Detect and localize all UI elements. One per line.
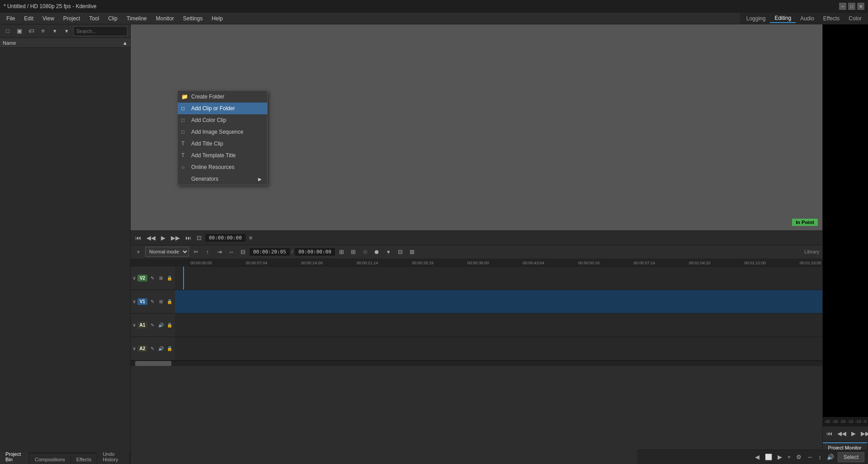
- track-v1-composite-button[interactable]: ⊞: [157, 298, 165, 305]
- track-a1-lock-button[interactable]: 🔒: [166, 321, 173, 328]
- pm-volume-button[interactable]: 🔊: [825, 453, 836, 461]
- workspace-color[interactable]: Color: [844, 14, 866, 23]
- menu-help[interactable]: Help: [207, 14, 227, 23]
- timeline-record-button[interactable]: ⏺: [372, 247, 382, 257]
- context-menu-item-generators[interactable]: Generators ▶: [178, 173, 267, 185]
- pm-prev-clip-button[interactable]: ◀: [753, 453, 761, 461]
- track-v2-edit-button[interactable]: ✎: [149, 274, 156, 281]
- pm-fit-width-button[interactable]: ↔: [805, 453, 815, 461]
- minimize-button[interactable]: ─: [839, 3, 846, 10]
- timeline-scrollbar-thumb[interactable]: [135, 361, 171, 366]
- pm-next-clip-button[interactable]: ▶: [776, 453, 784, 461]
- clip-prev-frame-button[interactable]: ◀◀: [145, 234, 157, 242]
- menu-monitor[interactable]: Monitor: [151, 14, 179, 23]
- timeline-snap-button[interactable]: ⊟: [238, 247, 248, 257]
- track-v1-edit-button[interactable]: ✎: [149, 298, 156, 305]
- menu-button[interactable]: ≡: [38, 26, 48, 36]
- track-lane-v1[interactable]: [175, 290, 822, 314]
- tag-button[interactable]: 🏷: [26, 26, 36, 36]
- track-v1-lock-button[interactable]: 🔒: [166, 298, 173, 305]
- open-clip-button[interactable]: ▣: [14, 26, 24, 36]
- timeline-render-button[interactable]: ⊠: [407, 247, 417, 257]
- timeline-lift-button[interactable]: ↑: [203, 247, 212, 257]
- new-bin-button[interactable]: □: [3, 26, 13, 36]
- track-header-v1: ∨ V1 ✎ ⊞ 🔒: [131, 290, 175, 314]
- project-monitor-controls: ⏮ ◀◀ ▶ ▶▶ ⏭ ⊡ 1:1 ▾ ⊟ ⊟ 00:00:00:00 ≡ ⊞: [823, 426, 868, 441]
- tab-effects[interactable]: Effects: [71, 455, 97, 464]
- search-input[interactable]: [73, 26, 127, 36]
- folder-icon: 📁: [181, 94, 188, 100]
- select-button[interactable]: Select: [838, 452, 864, 462]
- track-label-a2: A2: [137, 345, 147, 352]
- pm-play-button[interactable]: ▶: [849, 429, 858, 438]
- timeline-ungroup-button[interactable]: ☆: [360, 247, 370, 257]
- pm-add-button[interactable]: +: [786, 453, 793, 461]
- timeline-group-button[interactable]: ⊞: [349, 247, 359, 257]
- context-menu-item-add-title-clip[interactable]: T Add Title Clip: [178, 138, 267, 150]
- ruler-mark: 00:00:43:04: [523, 261, 544, 266]
- library-tab[interactable]: Library: [419, 249, 820, 254]
- clip-go-end-button[interactable]: ⏭: [184, 234, 193, 242]
- ruler-mark: 00:00:07:04: [246, 261, 268, 266]
- track-v2-lock-button[interactable]: 🔒: [166, 274, 173, 281]
- menu-edit[interactable]: Edit: [19, 14, 38, 23]
- pm-next-button[interactable]: ▶▶: [859, 429, 868, 438]
- track-a2-mute-button[interactable]: 🔊: [157, 345, 165, 352]
- context-menu-item-add-clip-folder[interactable]: □ Add Clip or Folder: [178, 103, 267, 114]
- filter-dropdown-button[interactable]: ▾: [61, 26, 71, 36]
- clip-play-button[interactable]: ▶: [159, 234, 167, 242]
- timeline-menu-button[interactable]: ▾: [384, 247, 394, 257]
- clip-next-frame-button[interactable]: ▶▶: [169, 234, 182, 242]
- timeline-mode-select[interactable]: Normal mode: [145, 247, 189, 257]
- workspace-audio[interactable]: Audio: [796, 14, 819, 23]
- pm-gear-button[interactable]: ⚙: [794, 453, 803, 461]
- close-button[interactable]: ✕: [857, 3, 864, 10]
- workspace-editing[interactable]: Editing: [770, 14, 796, 23]
- track-a2-edit-button[interactable]: ✎: [149, 345, 156, 352]
- workspace-logging[interactable]: Logging: [742, 14, 770, 23]
- menu-tool[interactable]: Tool: [85, 14, 104, 23]
- context-menu-item-add-image-sequence[interactable]: □ Add Image Sequence: [178, 126, 267, 138]
- menu-file[interactable]: File: [2, 14, 19, 23]
- timeline-scrollbar[interactable]: [131, 361, 822, 366]
- timeline-fullscreen-button[interactable]: ⊞: [337, 247, 347, 257]
- context-menu-item-add-template-title[interactable]: T Add Template Title: [178, 150, 267, 161]
- titlebar: * Untitled / HD 1080p 25 fps - Kdenlive …: [0, 0, 868, 13]
- menu-view[interactable]: View: [38, 14, 59, 23]
- pm-fit-height-button[interactable]: ↕: [816, 453, 823, 461]
- context-menu-item-add-color-clip[interactable]: □ Add Color Clip: [178, 114, 267, 126]
- timeline-extract-button[interactable]: ⇥: [214, 247, 224, 257]
- context-menu-item-online-resources[interactable]: ○ Online Resources: [178, 161, 267, 173]
- maximize-button[interactable]: □: [848, 3, 855, 10]
- track-a2-lock-button[interactable]: 🔒: [166, 345, 173, 352]
- menu-settings[interactable]: Settings: [179, 14, 207, 23]
- context-menu-item-create-folder[interactable]: 📁 Create Folder: [178, 91, 267, 103]
- clip-loop-button[interactable]: ⊡: [195, 234, 203, 242]
- track-lane-a2[interactable]: [175, 337, 822, 361]
- pm-go-start-button[interactable]: ⏮: [825, 429, 834, 438]
- track-lane-v2[interactable]: [175, 267, 822, 290]
- project-bin-toolbar: □ ▣ 🏷 ≡ ▾ ▾: [0, 24, 130, 38]
- clip-settings-button[interactable]: ≡: [247, 234, 255, 242]
- tab-compositions[interactable]: Compositions: [29, 455, 71, 464]
- workspace-effects[interactable]: Effects: [819, 14, 844, 23]
- track-v2-composite-button[interactable]: ⊞: [157, 274, 165, 281]
- menu-timeline[interactable]: Timeline: [122, 14, 151, 23]
- clip-go-start-button[interactable]: ⏮: [133, 234, 143, 242]
- pm-insert-button[interactable]: ⬜: [763, 453, 774, 461]
- pm-prev-button[interactable]: ◀◀: [835, 429, 848, 438]
- timeline-razor-button[interactable]: ✂: [191, 247, 201, 257]
- submenu-arrow-icon: ▶: [258, 177, 262, 182]
- audio-levels-bar: -45 -30 -20 -15 -10 -5 0: [823, 417, 868, 426]
- track-a1-edit-button[interactable]: ✎: [149, 321, 156, 328]
- timeline-settings-button[interactable]: ⊟: [396, 247, 406, 257]
- track-a1-mute-button[interactable]: 🔊: [157, 321, 165, 328]
- filter-button[interactable]: ▾: [50, 26, 60, 36]
- timeline-add-track-button[interactable]: +: [133, 247, 143, 257]
- timeline-spacer-button[interactable]: ↔: [226, 247, 236, 257]
- track-lane-a1[interactable]: [175, 314, 822, 337]
- menu-project[interactable]: Project: [59, 14, 85, 23]
- track-label-a1: A1: [137, 322, 147, 328]
- menu-clip[interactable]: Clip: [104, 14, 122, 23]
- project-bin-content[interactable]: [0, 48, 130, 452]
